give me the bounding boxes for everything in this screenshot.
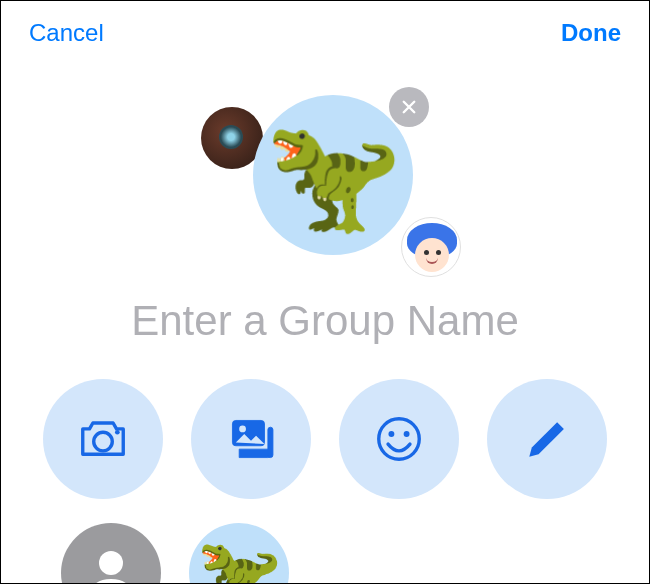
member-avatar-right: [401, 217, 461, 277]
dinosaur-icon: 🦖: [197, 533, 282, 584]
svg-point-7: [404, 431, 410, 437]
svg-point-5: [379, 419, 420, 460]
svg-rect-4: [268, 427, 273, 457]
modal-header: Cancel Done: [1, 1, 649, 57]
person-silhouette-icon: [79, 541, 143, 584]
group-name-field-wrap: [1, 297, 649, 345]
dinosaur-icon: 🦖: [265, 111, 402, 240]
svg-point-1: [115, 430, 120, 435]
suggested-default-avatar[interactable]: [61, 523, 161, 584]
cancel-button[interactable]: Cancel: [29, 19, 104, 47]
camera-icon: [76, 412, 130, 466]
svg-point-0: [94, 432, 113, 451]
done-button[interactable]: Done: [561, 19, 621, 47]
group-photo-main[interactable]: 🦖: [253, 95, 413, 255]
suggested-photos-row: 🦖: [1, 523, 649, 584]
pencil-icon: [520, 412, 574, 466]
photo-gallery-icon: [224, 412, 278, 466]
svg-point-3: [239, 426, 246, 433]
emoji-button[interactable]: [339, 379, 459, 499]
camera-button[interactable]: [43, 379, 163, 499]
close-icon: [400, 98, 418, 116]
edit-button[interactable]: [487, 379, 607, 499]
svg-point-8: [99, 551, 123, 575]
photo-source-actions: [1, 379, 649, 499]
remove-photo-button[interactable]: [389, 87, 429, 127]
group-name-input[interactable]: [1, 297, 649, 345]
svg-point-6: [388, 431, 394, 437]
photo-gallery-button[interactable]: [191, 379, 311, 499]
smiley-icon: [372, 412, 426, 466]
group-avatar-cluster: 🦖: [1, 77, 649, 287]
suggested-dino-avatar[interactable]: 🦖: [189, 523, 289, 584]
